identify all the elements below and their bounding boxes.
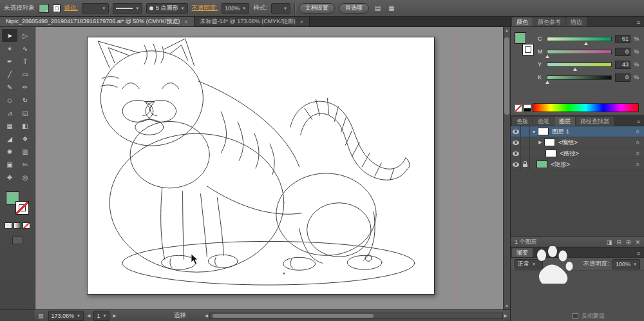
line-segment-tool[interactable]: ╱ (2, 68, 17, 81)
scale-tool[interactable]: ⊿ (2, 106, 17, 119)
align-panel-icon[interactable]: ▤ (373, 5, 383, 12)
lasso-tool[interactable]: ∿ (17, 42, 33, 55)
tab-layers[interactable]: 图层 (554, 117, 575, 126)
type-tool[interactable]: T (17, 55, 33, 68)
visibility-toggle[interactable] (511, 148, 521, 159)
slider-thumb[interactable] (573, 68, 577, 71)
preferences-button[interactable]: 首选项 (339, 3, 369, 14)
selection-tool[interactable]: ➤ (2, 29, 17, 42)
tab-pathfinder[interactable]: 路径查找器 (576, 117, 614, 126)
expand-triangle-icon[interactable]: ▼ (530, 130, 538, 134)
pen-tool[interactable]: ✒ (2, 55, 17, 68)
vertical-scroll-track[interactable] (504, 34, 510, 303)
stroke-weight-dropdown[interactable]: ▼ (82, 3, 109, 14)
mesh-tool[interactable]: ▦ (2, 119, 17, 132)
vertical-scrollbar[interactable]: ▲ ▼ (503, 27, 510, 309)
opacity-link[interactable]: 不透明度: (192, 4, 218, 12)
none-mode-button[interactable] (23, 222, 30, 229)
status-menu-icon[interactable]: ▥ (37, 313, 45, 319)
visibility-toggle[interactable] (511, 159, 521, 170)
panel-fill-swatch[interactable] (515, 32, 526, 44)
slider-thumb[interactable] (545, 55, 549, 58)
scroll-down-icon[interactable]: ▼ (505, 303, 509, 309)
tab-color-guide[interactable]: 颜色参考 (533, 17, 565, 26)
invert-mask-checkbox[interactable] (573, 313, 578, 319)
paintbrush-tool[interactable]: ✎ (2, 81, 17, 93)
tab-brushes[interactable]: 画笔 (533, 117, 554, 126)
document-tab-1[interactable]: Nipic_28605490_20190417183916179706.ai* … (0, 17, 194, 26)
magic-wand-tool[interactable]: ✶ (2, 42, 17, 55)
screen-mode-button[interactable] (12, 237, 23, 244)
panel-stroke-swatch[interactable] (522, 44, 534, 55)
color-mode-button[interactable] (5, 222, 12, 229)
document-tab-2[interactable]: 未标题-14* @ 173.08% (CMYK/轮廓) × (194, 17, 310, 26)
style-dropdown[interactable]: ▼ (271, 3, 290, 14)
shape-builder-tool[interactable]: ◱ (17, 106, 33, 119)
artboard[interactable] (87, 37, 435, 295)
tab-stroke[interactable]: 描边 (566, 17, 587, 26)
artboard-tool[interactable]: ▣ (2, 158, 17, 171)
next-artboard-icon[interactable]: ▶ (113, 313, 116, 318)
panel-menu-icon[interactable]: ≡ (634, 119, 643, 126)
eyedropper-tool[interactable]: ◢ (2, 132, 17, 145)
slice-tool[interactable]: ✄ (17, 158, 33, 171)
zoom-tool[interactable]: ◎ (17, 171, 33, 184)
direct-selection-tool[interactable]: ▷ (17, 29, 33, 42)
artboard-nav-dropdown[interactable]: 1▼ (93, 311, 109, 321)
fill-color-swatch[interactable]: ▼ (39, 4, 49, 13)
blend-tool[interactable]: ❖ (17, 132, 33, 145)
zoom-level-dropdown[interactable]: 173.08%▼ (48, 311, 84, 321)
panel-menu-icon[interactable]: ≡ (634, 19, 643, 26)
horizontal-scroll-track[interactable] (209, 313, 502, 319)
horizontal-scrollbar[interactable]: ◀ ▶ (205, 313, 507, 319)
layer-row-layer1[interactable]: ▼ 图层 1 ○ (511, 126, 644, 137)
stroke-profile-dropdown[interactable]: ▼ (113, 3, 142, 14)
panel-menu-icon[interactable]: ≡ (634, 250, 643, 257)
scroll-right-icon[interactable]: ▶ (504, 313, 507, 318)
stroke-link[interactable]: 描边: (64, 4, 79, 12)
gradient-tool[interactable]: ◧ (17, 119, 33, 132)
visibility-toggle[interactable] (511, 126, 521, 137)
canvas-area[interactable]: ▲ ▼ (35, 27, 510, 309)
rectangle-tool[interactable]: ▭ (17, 68, 33, 81)
vertical-scroll-thumb[interactable] (504, 37, 509, 115)
magenta-slider[interactable] (547, 50, 612, 54)
hand-tool[interactable]: ✥ (2, 171, 17, 184)
layer-name[interactable]: 图层 1 (552, 128, 569, 136)
tab-gradient[interactable]: 渐变 (512, 248, 533, 257)
lock-toggle[interactable] (521, 159, 530, 170)
layer-row-path[interactable]: <路径> ○ (511, 148, 644, 159)
layer-name[interactable]: <路径> (560, 150, 579, 158)
stroke-color-swatch[interactable] (53, 5, 61, 12)
black-slider[interactable] (547, 75, 612, 80)
new-layer-icon[interactable]: ⊞ (626, 239, 631, 246)
new-sublayer-icon[interactable]: ⊟ (616, 239, 621, 246)
panel-opacity-dropdown[interactable]: 100%▼ (612, 259, 640, 269)
black-value-field[interactable]: 0 (615, 73, 630, 82)
rotate-tool[interactable]: ↻ (17, 93, 33, 106)
scroll-up-icon[interactable]: ▲ (505, 27, 509, 34)
column-graph-tool[interactable]: ▥ (17, 145, 33, 158)
layer-name[interactable]: <矩形> (551, 160, 570, 169)
layer-row-group[interactable]: ▶ <编组> ○ (511, 137, 644, 148)
delete-layer-icon[interactable]: ✕ (635, 239, 640, 246)
cyan-value-field[interactable]: 61 (615, 35, 630, 43)
toolbar-stroke-swatch[interactable] (15, 201, 29, 215)
lock-toggle[interactable] (521, 126, 530, 137)
visibility-toggle[interactable] (511, 137, 521, 148)
close-icon[interactable]: × (184, 19, 187, 25)
make-mask-icon[interactable]: ◨ (607, 239, 612, 246)
lock-toggle[interactable] (521, 148, 530, 159)
target-circle-icon[interactable]: ○ (636, 161, 639, 168)
target-circle-icon[interactable]: ○ (636, 139, 639, 146)
layer-row-rectangle[interactable]: <矩形> ○ (511, 159, 644, 170)
target-circle-icon[interactable]: ○ (636, 128, 639, 135)
slider-thumb[interactable] (584, 42, 588, 45)
width-tool[interactable]: ◇ (2, 93, 17, 106)
none-color-swatch[interactable] (515, 104, 522, 112)
symbol-sprayer-tool[interactable]: ✺ (2, 145, 17, 158)
gradient-mode-button[interactable] (14, 222, 21, 229)
tab-swatches[interactable]: 色板 (512, 117, 533, 126)
close-icon[interactable]: × (300, 19, 303, 25)
color-spectrum-bar[interactable] (533, 103, 639, 112)
